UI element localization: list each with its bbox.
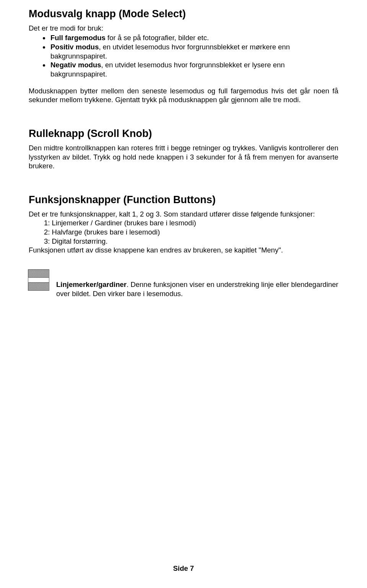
- heading-rulleknapp: Rulleknapp (Scroll Knob): [29, 127, 338, 140]
- list-item: 1: Linjemerker / Gardiner (brukes bare i…: [43, 218, 338, 228]
- linjemerker-row: Linjemerker/gardiner. Denne funksjonen v…: [29, 269, 338, 298]
- heading-modusvalg: Modusvalg knapp (Mode Select): [29, 8, 338, 21]
- intro-text: Det er tre modi for bruk:: [29, 24, 338, 33]
- mode-list: Full fargemodus for å se på fotografier,…: [29, 33, 338, 78]
- list-item: Positiv modus, en utvidet lesemodus hvor…: [50, 42, 338, 60]
- para-modusknapp: Modusknappen bytter mellom den seneste l…: [29, 86, 338, 104]
- list-item: 3: Digital forstørring.: [43, 237, 338, 246]
- blinds-icon: [28, 269, 49, 291]
- bold-term: Linjemerker/gardiner: [56, 280, 127, 288]
- para-rulleknapp: Den midtre kontrollknappen kan roteres f…: [29, 143, 338, 171]
- bold-term: Negativ modus: [50, 61, 101, 69]
- item-rest: for å se på fotografier, bilder etc.: [106, 34, 209, 42]
- list-item: Full fargemodus for å se på fotografier,…: [50, 33, 338, 42]
- list-item: 2: Halvfarge (brukes bare i lesemodi): [43, 228, 338, 237]
- heading-funksjonsknapper: Funksjonsknapper (Function Buttons): [29, 194, 338, 207]
- para-funksjon-closing: Funksjonen utført av disse knappene kan …: [29, 246, 338, 255]
- function-list: 1: Linjemerker / Gardiner (brukes bare i…: [29, 218, 338, 246]
- bold-term: Positiv modus: [50, 43, 99, 51]
- bold-term: Full fargemodus: [50, 34, 106, 42]
- para-funksjonsintro: Det er tre funksjonsknapper, kalt 1, 2 o…: [29, 210, 338, 219]
- linjemerker-text: Linjemerker/gardiner. Denne funksjonen v…: [56, 269, 338, 298]
- list-item: Negativ modus, en utvidet lesemodus hvor…: [50, 60, 338, 78]
- page-footer: Side 7: [0, 564, 367, 573]
